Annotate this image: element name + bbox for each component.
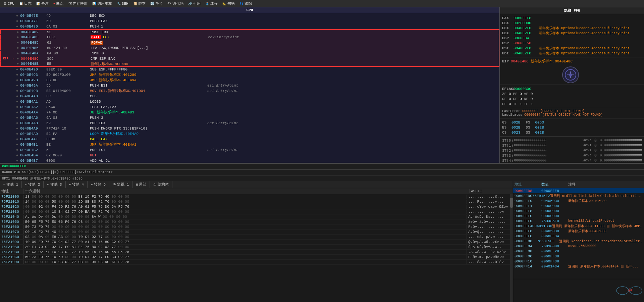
hex-row[interactable]: 76F210A0A0 E1 70 C4 02 77 F0 A1 F4 76 80… [0,245,510,250]
disasm-row[interactable]: ●0040E4868D4424 80LEA EAX,DWORD PTR SS:[… [0,45,499,51]
hex-row[interactable]: 76F2109040 09 F9 76 70 C4 02 77 F0 A1 F4… [0,240,510,245]
disasm-row[interactable]: EIP→●0040E48C39C4CMP ESP,EAX [0,56,499,61]
stack-row[interactable]: 0060FEDC76FB15F2返回到 ntdll.RtlInitializeC… [513,193,644,198]
dump-tab-1[interactable]: ↩转储 2 [22,181,44,188]
stack-row[interactable]: 0060FEE800000000 [513,208,644,213]
disasm-row[interactable]: ●0040E49083EC 80SUB ESP,FFFFFFF80 [0,67,499,72]
breakpoint-dot[interactable]: ● [15,35,20,39]
dump-tab-0[interactable]: ↩转储 1 [0,181,22,188]
hex-row[interactable]: 76F2106050 73 F0 76 00 00 00 00 00 00 00… [0,224,510,230]
stack-row[interactable]: 0060FEE400000000 [513,203,644,208]
hex-row[interactable]: 76F210B010 C3 02 77 F0 C3 02 77 10 96 F5… [0,250,510,255]
stack-row[interactable]: 0060FF1400401434返回到 新年快乐样本.00401434 自 新年… [513,264,644,269]
disasm-row[interactable]: ●0040E47F50PUSH EAX [0,18,499,24]
dump-tab-7[interactable]: 🗂结构体 [150,181,172,188]
breakpoint-dot[interactable]: ● [15,132,19,136]
reg-esp-value[interactable]: 0060FF58 [514,41,537,45]
stack-row[interactable]: 0060FF0C0060FF38 [513,254,644,259]
breakpoint-dot[interactable]: ● [15,57,20,61]
hex-scrollbar[interactable] [510,194,513,302]
disasm-row[interactable]: ●0040E49A56PUSH ESIesi:EntryPoint [0,83,499,88]
reg-esi-value[interactable]: 0040E2F0 [514,46,537,50]
breakpoint-dot[interactable]: ● [15,46,20,50]
hex-scrollbar-thumb[interactable] [510,198,513,208]
toolbar-breakpoints[interactable]: ● 断点 [51,1,66,6]
breakpoint-dot[interactable]: ● [15,89,19,93]
breakpoint-dot[interactable]: ● [15,41,20,45]
stack-rows-container[interactable]: 0060FED80060FEF80060FEDC76FB15F2返回到 ntdl… [513,188,644,279]
hex-row[interactable]: 76F2108008 00 0A 00 E8 A3 00 00 70 C4 02… [0,235,510,240]
disasm-row[interactable]: ●0040E48A6A 00PUSH 0 [0,51,499,56]
disasm-table[interactable]: ●0040E47E49DEC ECX●0040E47F50PUSH EAX●00… [0,13,499,163]
disasm-row[interactable]: ●0040E4AFFFD0CALL EAX [0,137,499,142]
breakpoint-dot[interactable]: ● [15,84,19,88]
toolbar-threads[interactable]: 🧵 线程 [203,1,220,6]
breakpoint-dot[interactable]: ● [15,116,19,120]
disasm-row[interactable]: ●0040E483FFD1CALL ECXecx:EntryPoint [0,35,499,40]
toolbar-symbols[interactable]: 🔣 符号 [148,1,165,6]
eip-value[interactable]: 0040E48C [511,59,529,63]
stack-row[interactable]: 0060FEF0753485F0kernel32.VirtualProtect [513,218,644,223]
disasm-row[interactable]: ●0040E4A285C0TEST EAX,EAX [0,104,499,110]
stack-row[interactable]: 0060FEE000405030新年快乐样本.00405030 [513,198,644,203]
disasm-row[interactable]: ●0040E4A0FCCLD [0,94,499,99]
disasm-row[interactable]: ●0040E498EB 00JMP 新年快乐样本.40E49A [0,78,499,83]
reg-ebp-value[interactable]: 0060F84 [514,36,537,40]
disasm-row[interactable]: ●0040E4806A 01PUSH 1 [0,24,499,29]
disasm-row[interactable]: ●0040E4B4C2 0C00RET [0,153,499,158]
toolbar-refs[interactable]: 🔗 引用 [186,1,203,6]
breakpoint-dot[interactable]: ● [15,51,20,55]
breakpoint-dot[interactable]: ● [15,127,19,131]
disasm-row[interactable]: ●0040E48253PUSH EBX [0,29,499,35]
breakpoint-dot[interactable]: ● [15,73,19,77]
breakpoint-dot[interactable]: ● [15,148,19,152]
stack-row[interactable]: 0060FEFC0060FF34 [513,234,644,239]
disasm-row[interactable]: ●0040E4ADE2 FALOOP 新年快乐样本.40E4A9 [0,131,499,137]
breakpoint-dot[interactable]: ● [15,94,19,98]
toolbar-source[interactable]: <> 源代码 [165,1,185,6]
reg-eax-value[interactable]: 0060FEF8 [514,16,537,20]
breakpoint-dot[interactable]: ● [15,143,19,147]
stack-row[interactable]: 0060FF080060FF28 [513,249,644,254]
disasm-row[interactable]: ●0040E4A859POP ECXecx:EntryPoint [0,120,499,126]
hex-row[interactable]: 76F2101014 00 00 00 50 00 00 00 2D 8B 80… [0,199,510,204]
breakpoint-dot[interactable]: ● [15,24,19,29]
stack-row[interactable]: 0060FF007653F5FF返回到 kernelbase.GetProcAd… [513,239,644,244]
toolbar-seh[interactable]: 🔧 SEH [115,1,130,6]
breakpoint-dot[interactable]: ● [15,78,19,82]
toolbar-trace[interactable]: 👣 跟踪 [237,1,254,6]
toolbar-script[interactable]: 📜 脚本 [131,1,148,6]
hex-row[interactable]: 76F2102000 00 02 00 F4 59 F2 76 A0 61 F5… [0,204,510,209]
hex-row[interactable]: 76F21070C0 19 F2 76 40 00 00 00 00 00 00… [0,230,510,235]
dump-tab-3[interactable]: ↩转储 4 [66,181,88,188]
disasm-row[interactable]: ●0040E48561POPAD [0,40,499,45]
hex-row[interactable]: 76F210D000 00 00 00 F0 C3 02 77 08 00 0A… [0,260,510,265]
breakpoint-dot[interactable]: ● [15,100,19,104]
disasm-row[interactable]: ●0040E47E49DEC ECX [0,13,499,18]
hex-row[interactable]: 76F2103000 00 00 00 10 B4 02 77 90 EA F0… [0,209,510,214]
hex-row[interactable]: 76F210C050 73 F0 76 10 6D 00 00 70 C4 02… [0,255,510,260]
breakpoint-dot[interactable]: ● [15,67,19,71]
breakpoint-dot[interactable]: ● [15,14,19,18]
dump-tab-4[interactable]: ↩转储 5 [88,181,109,188]
reg-edx-value[interactable]: 0040E2F0 [514,31,537,35]
breakpoint-dot[interactable]: ● [15,159,19,163]
breakpoint-dot[interactable]: ● [15,121,19,125]
stack-row[interactable]: 0060FED80060FEF8 [513,188,644,193]
disasm-row[interactable]: ●0040E4B1EEJMP 新年快乐样本.40E4A1 [0,142,499,147]
hex-row[interactable]: 76F21040Ay öu Dv 00 Ds 00 00 00 00 00 8A… [0,214,510,219]
breakpoint-dot[interactable]: ● [15,153,19,157]
reg-ebx-value[interactable]: 002FD000 [514,21,537,25]
disasm-row[interactable]: ●0040E4A9FF7424 10PUSH DWORD PTR SS:[ESP… [0,126,499,131]
disasm-row[interactable]: ●0040E4A474 0DJE 新年快乐样本.40E4B3 [0,110,499,115]
stack-row[interactable]: 0060FEF800405030新年快乐样本.00405030 [513,229,644,234]
stack-row[interactable]: 0060FEEC00000000 [513,213,644,218]
toolbar-log[interactable]: 📋 日志 [17,1,34,6]
breakpoint-dot[interactable]: ● [15,19,19,23]
breakpoint-dot[interactable]: ● [15,30,20,34]
hex-rows-container[interactable]: 76F2100018 00 00 00 00 00 00 00 B8 19 F2… [0,194,510,302]
disasm-row[interactable]: ●0040E4A66A 03PUSH 3 [0,115,499,120]
toolbar-notes[interactable]: 📝 备注 [34,1,51,6]
stack-row[interactable]: 0060FEF4004011B3C返回到 新年快乐样本.004011B3C 自 … [513,223,644,229]
breakpoint-dot[interactable]: ● [15,62,20,66]
